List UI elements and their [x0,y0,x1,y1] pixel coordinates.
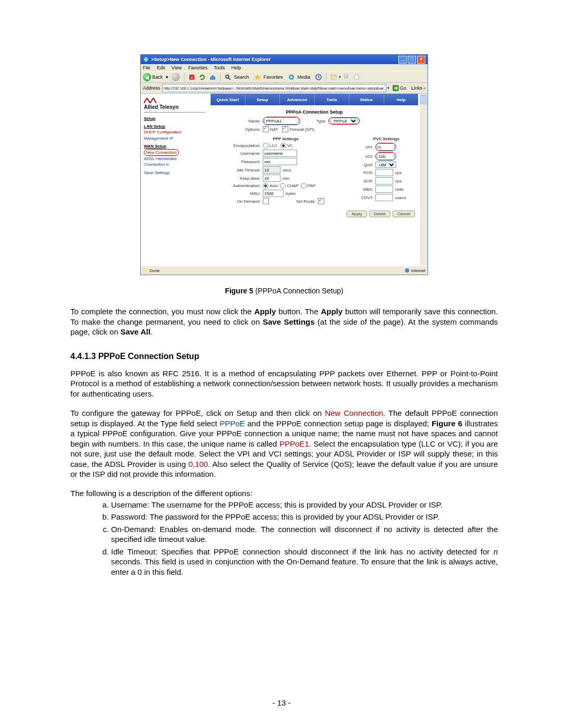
print-icon[interactable] [342,73,350,81]
svg-rect-8 [344,76,348,79]
tab-quickstart[interactable]: Quick Start [211,94,246,105]
scr-field[interactable] [375,177,393,184]
menu-help[interactable]: Help [231,65,241,70]
back-label: Back [152,75,163,80]
encap-llc-radio[interactable] [263,143,268,149]
scr-label: SCR: [358,179,373,183]
links-label[interactable]: Links [411,85,422,91]
maximize-button[interactable]: □ [408,56,416,64]
auth-chap-radio[interactable] [280,183,286,189]
favorites-label[interactable]: Favorites [264,75,283,80]
media-icon[interactable] [288,73,295,81]
vci-field[interactable] [377,153,395,160]
search-label[interactable]: Search [234,75,249,80]
link-dhcp[interactable]: DHCP Configuration [144,130,181,134]
go-button[interactable]: Go [393,85,406,91]
encap-vc-radio[interactable] [280,143,286,149]
option-c: On-Demand: Enables on-demand mode. The c… [111,524,498,545]
cancel-button[interactable]: Cancel [393,211,415,217]
search-icon[interactable] [224,73,231,81]
auth-chap-label: CHAP [287,183,298,188]
url-input[interactable] [162,84,386,92]
firewall-checkbox[interactable] [282,126,288,132]
status-done: Done [150,268,160,273]
minimize-button[interactable]: _ [398,56,407,64]
tab-status[interactable]: Status [349,94,384,105]
nat-checkbox[interactable] [263,126,269,132]
address-bar: Address ▾ Go Links » [141,83,427,94]
setup-heading: Setup [144,116,205,121]
svg-text:x: x [191,75,193,80]
close-button[interactable]: × [417,56,425,64]
paragraph-pppoe-intro: PPPoE is also known as RFC 2516. It is a… [70,368,498,399]
chevron-down-icon: ▾ [166,75,168,80]
password-field[interactable] [263,158,297,165]
idle-field[interactable] [263,166,280,174]
username-field[interactable] [263,150,297,157]
menu-view[interactable]: View [172,65,181,70]
setroute-checkbox[interactable] [318,198,324,204]
keep-field[interactable] [263,175,280,182]
pcr-field[interactable] [375,169,393,176]
option-a: Username: The username for the PPPoE acc… [111,500,498,510]
setroute-label: Set Route: [279,199,316,204]
status-bar: Done Internet [141,266,427,275]
menu-favorites[interactable]: Favorites [188,65,207,70]
tab-help[interactable]: Help [384,94,419,105]
encap-vc-label: VC [287,143,293,148]
form-area: Name: Type: PPPoA Options: NAT Firewall [211,117,418,220]
stop-icon[interactable]: x [188,73,195,81]
apply-button[interactable]: Apply [347,211,366,217]
menu-edit[interactable]: Edit [157,65,165,70]
qos-select[interactable]: UBR [375,162,396,168]
favorites-icon[interactable] [254,73,261,81]
cdvt-field[interactable] [375,194,393,201]
mru-unit: bytes [286,191,296,196]
wan-setup-heading: WAN Setup [144,143,205,149]
menu-file[interactable]: File [143,65,151,70]
menu-tools[interactable]: Tools [214,65,225,70]
tab-tools[interactable]: Tools [315,94,350,105]
mail-icon[interactable] [330,73,337,81]
link-mgmt-ip[interactable]: Management IP [144,136,173,141]
delete-button[interactable]: Delete [369,211,390,217]
home-icon[interactable] [209,73,216,81]
refresh-icon[interactable] [199,73,206,81]
mbs-field[interactable] [375,186,393,193]
link-adsl[interactable]: ADSL Handshake [144,156,177,161]
paragraph-pppoe-config: To configure the gateway for PPPoE, clic… [70,408,498,479]
vpi-field[interactable] [377,143,395,151]
chevron-down-icon[interactable]: ▾ [387,86,389,90]
auth-auto-radio[interactable] [263,183,268,189]
forward-button[interactable] [172,73,180,81]
keep-label: Keep Alive: [214,176,261,181]
highlight-type: PPPoA [328,117,360,125]
ondemand-checkbox[interactable] [263,198,269,204]
firewall-label: Firewall (SPI) [289,127,314,132]
media-label[interactable]: Media [298,75,311,80]
options-lead: The following is a description of the di… [70,489,498,498]
option-b: Password: The password for the PPPoE acc… [111,512,498,522]
link-save-settings[interactable]: Save Settings [144,170,169,175]
auth-pap-radio[interactable] [301,183,307,189]
qos-label: QoS: [358,163,373,167]
back-button[interactable]: ◀ Back ▾ [143,73,168,81]
figure-label: Figure 5 [225,287,253,295]
idle-label: Idle Timeout: [214,168,261,172]
tab-setup[interactable]: Setup [246,94,280,105]
page-number: - 13 - [0,698,563,707]
link-new-connection[interactable]: New Connection [146,150,177,155]
pcr-unit: cps [395,170,401,175]
tab-advanced[interactable]: Advanced [280,94,315,105]
pvc-settings: PVC Settings VPI: VCI: QoS:UBR PCR:cps S… [358,133,415,205]
edit-icon[interactable] [353,73,360,81]
type-select[interactable]: PPPoA [330,118,358,124]
tab-bar: Quick Start Setup Advanced Tools Status … [211,94,418,105]
mru-field[interactable] [263,190,284,197]
link-connection0[interactable]: Connection 0 [144,162,168,167]
cdvt-label: CDVT: [358,195,373,200]
password-label: Password: [214,159,261,164]
history-icon[interactable] [315,73,322,81]
name-field[interactable] [264,117,299,125]
separator [220,73,221,81]
